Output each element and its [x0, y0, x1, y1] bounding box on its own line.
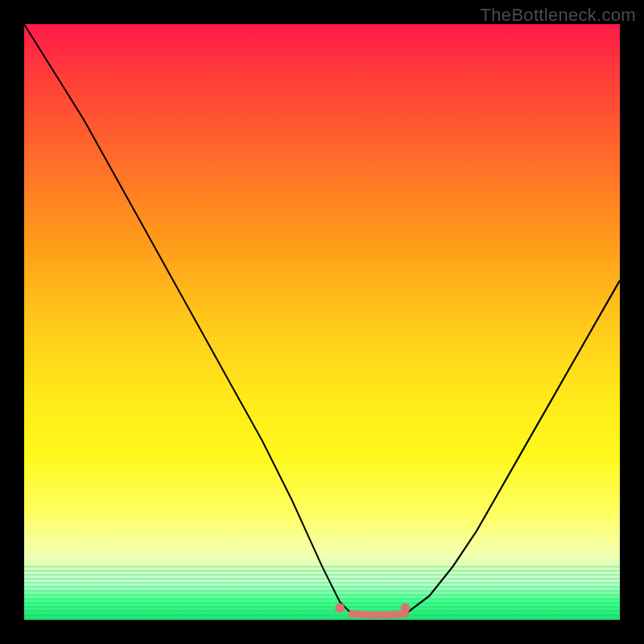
valley-dot-left	[335, 603, 345, 613]
curve-left-path	[24, 24, 352, 614]
curve-right-path	[406, 280, 620, 613]
plot-area	[24, 24, 620, 620]
watermark-text: TheBottleneck.com	[481, 5, 636, 26]
valley-dot-right	[401, 603, 411, 613]
flat-valley-path	[352, 614, 406, 616]
chart-frame: TheBottleneck.com	[0, 0, 644, 644]
curve-svg	[24, 24, 620, 620]
